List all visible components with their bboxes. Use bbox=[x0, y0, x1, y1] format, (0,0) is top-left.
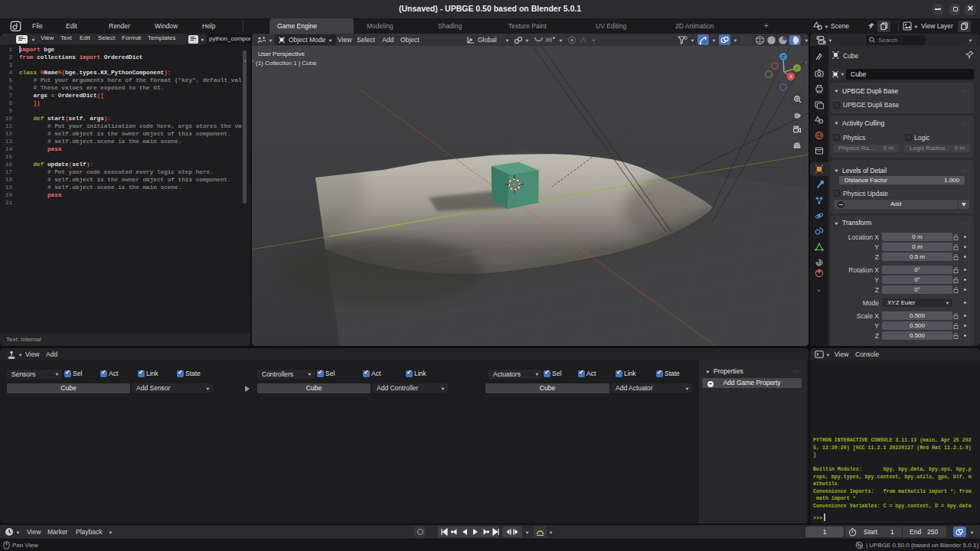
svg-text:X: X bbox=[789, 74, 792, 79]
svg-text:Z: Z bbox=[782, 54, 785, 59]
svg-text:Y: Y bbox=[795, 66, 799, 70]
svg-text:‹: ‹ bbox=[805, 59, 807, 66]
